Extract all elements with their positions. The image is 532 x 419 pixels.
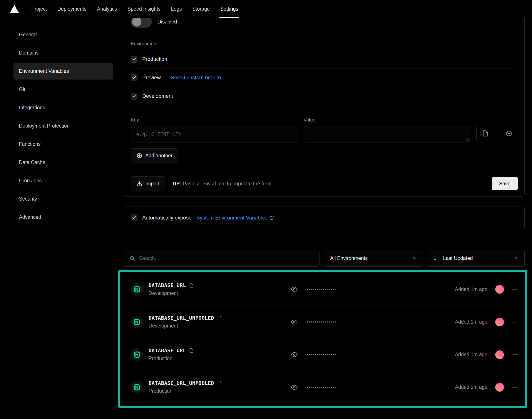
expose-checkbox[interactable] xyxy=(131,214,137,221)
expose-label: Automatically expose xyxy=(142,215,192,221)
resize-handle-icon[interactable] xyxy=(466,138,469,141)
env-variable-row: DATABASE_URL_UNPOOLED Development ••••••… xyxy=(124,306,525,338)
env-variable-row: DATABASE_URL_UNPOOLED Production •••••••… xyxy=(124,371,525,403)
sidebar-item-git[interactable]: Git xyxy=(14,81,113,98)
masked-value: ••••••••••••••• xyxy=(307,352,337,357)
avatar xyxy=(495,383,504,392)
remove-row-button[interactable] xyxy=(500,125,518,142)
neon-icon xyxy=(131,348,143,361)
reveal-value-button[interactable] xyxy=(291,319,298,325)
key-input[interactable] xyxy=(131,126,298,143)
env-var-form-card: Disabled Environment Production P xyxy=(124,18,525,197)
search-input[interactable] xyxy=(139,255,314,261)
sidebar-item-cron-jobs[interactable]: Cron Jobs xyxy=(14,172,113,189)
development-checkbox[interactable] xyxy=(131,93,137,100)
select-custom-branch-link[interactable]: Select custom branch xyxy=(171,75,221,81)
plus-circle-icon xyxy=(136,153,142,158)
env-variable-row: DATABASE_URL Production ••••••••••••••• … xyxy=(124,338,525,371)
key-value-section: Key Value xyxy=(124,109,524,143)
value-input[interactable] xyxy=(304,126,471,143)
preview-checkbox[interactable] xyxy=(131,74,137,81)
reveal-value-button[interactable] xyxy=(291,384,298,391)
add-another-label: Add another xyxy=(145,153,173,159)
nav-tab-analytics[interactable]: Analytics xyxy=(92,0,122,18)
divider xyxy=(124,32,524,32)
sidebar-item-deployment-protection[interactable]: Deployment Protection xyxy=(14,117,113,134)
row-menu-button[interactable] xyxy=(512,351,518,358)
environment-filter-select[interactable]: All Environments xyxy=(325,250,423,267)
paste-file-button[interactable] xyxy=(476,125,494,142)
value-label: Value xyxy=(304,117,471,123)
nav-tab-logs[interactable]: Logs xyxy=(166,0,187,18)
row-menu-button[interactable] xyxy=(512,319,518,325)
nav-tab-deployments[interactable]: Deployments xyxy=(52,0,92,18)
sidebar-item-data-cache[interactable]: Data Cache xyxy=(14,154,113,171)
tip-text: TIP: Paste a .env above to populate the … xyxy=(172,181,272,187)
nav-tab-project[interactable]: Project xyxy=(26,0,52,18)
environment-section: Environment Production Preview Select cu… xyxy=(124,41,524,105)
sidebar-item-functions[interactable]: Functions xyxy=(14,136,113,153)
avatar xyxy=(495,350,504,359)
development-label: Development xyxy=(142,93,173,99)
sidebar-item-security[interactable]: Security xyxy=(14,190,113,207)
reveal-value-button[interactable] xyxy=(291,286,298,292)
row-menu-button[interactable] xyxy=(512,286,518,292)
system-env-variables-link[interactable]: System Environment Variables xyxy=(196,215,274,221)
variable-name: DATABASE_URL xyxy=(149,348,186,353)
masked-value: ••••••••••••••• xyxy=(307,385,337,390)
nav-tab-speed-insights[interactable]: Speed Insights xyxy=(122,0,166,18)
avatar xyxy=(495,285,504,294)
nav-tab-storage[interactable]: Storage xyxy=(187,0,215,18)
masked-value: ••••••••••••••• xyxy=(307,287,337,292)
sidebar-item-environment-variables[interactable]: Environment Variables xyxy=(14,63,113,79)
sidebar-item-integrations[interactable]: Integrations xyxy=(14,99,113,116)
neon-icon xyxy=(131,316,143,328)
neon-icon xyxy=(131,381,143,393)
variable-environment: Production xyxy=(149,388,291,394)
production-checkbox[interactable] xyxy=(131,56,137,63)
chevron-down-icon xyxy=(514,256,519,261)
add-another-button[interactable]: Add another xyxy=(131,148,178,163)
sort-filter-select[interactable]: Last Updated xyxy=(428,250,525,267)
environment-filter-value: All Environments xyxy=(330,255,368,261)
variable-name: DATABASE_URL_UNPOOLED xyxy=(149,380,214,386)
divider xyxy=(124,239,525,239)
note-icon xyxy=(217,381,222,386)
neon-icon xyxy=(131,283,143,296)
save-button[interactable]: Save xyxy=(492,177,518,190)
avatar xyxy=(495,318,504,327)
variable-environment: Development xyxy=(149,290,291,296)
added-time: Added 1m ago xyxy=(455,287,487,292)
search-icon xyxy=(129,255,135,261)
disabled-toggle-label: Disabled xyxy=(157,19,177,25)
row-menu-button[interactable] xyxy=(512,384,518,391)
highlight-box: DATABASE_URL Development •••••••••••••••… xyxy=(118,270,527,408)
variable-name: DATABASE_URL_UNPOOLED xyxy=(149,315,214,321)
preview-label: Preview xyxy=(142,75,161,81)
production-row: Production xyxy=(131,50,518,68)
import-button[interactable]: Import xyxy=(131,176,165,191)
env-variable-row: DATABASE_URL Development •••••••••••••••… xyxy=(124,273,525,306)
nav-tab-settings[interactable]: Settings xyxy=(215,0,243,18)
external-link-icon xyxy=(270,215,274,220)
import-icon xyxy=(136,181,142,186)
chevron-down-icon xyxy=(412,256,417,261)
sort-filter-value: Last Updated xyxy=(443,255,473,261)
search-box xyxy=(124,250,319,267)
reveal-value-button[interactable] xyxy=(291,351,298,358)
nav-tabs: Project Deployments Analytics Speed Insi… xyxy=(26,0,244,18)
development-row: Development xyxy=(131,87,518,105)
added-time: Added 1m ago xyxy=(455,352,487,357)
import-label: Import xyxy=(145,181,159,187)
vercel-logo[interactable] xyxy=(10,5,23,13)
sidebar-item-advanced[interactable]: Advanced xyxy=(14,209,113,226)
sidebar-item-general[interactable]: General xyxy=(14,26,113,43)
sidebar-item-domains[interactable]: Domains xyxy=(14,44,113,61)
added-time: Added 1m ago xyxy=(455,319,487,325)
disabled-toggle[interactable] xyxy=(131,18,152,28)
variable-name: DATABASE_URL xyxy=(149,283,186,288)
note-icon xyxy=(217,315,222,320)
key-label: Key xyxy=(131,117,298,123)
preview-row: Preview Select custom branch xyxy=(131,68,518,87)
top-nav: Project Deployments Analytics Speed Insi… xyxy=(0,0,532,18)
